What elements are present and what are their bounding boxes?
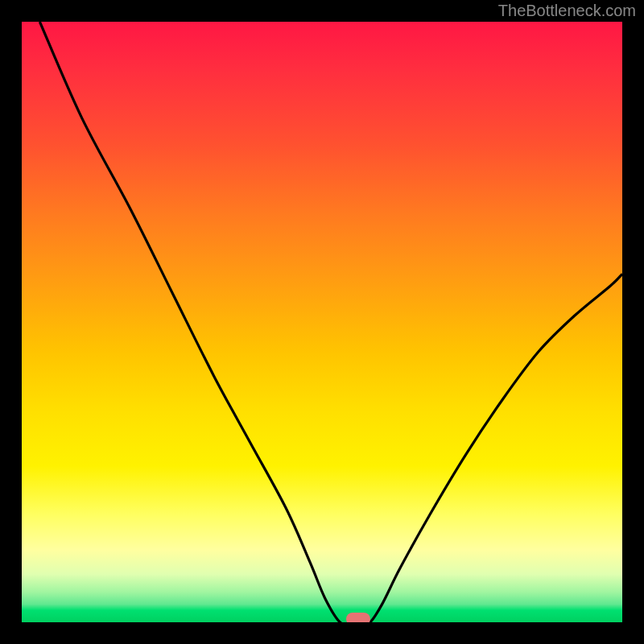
bottleneck-curve bbox=[22, 22, 622, 622]
optimal-point-marker bbox=[346, 613, 370, 622]
chart-wrapper: TheBottleneck.com bbox=[0, 0, 644, 644]
watermark-label: TheBottleneck.com bbox=[498, 2, 636, 20]
curve-path bbox=[39, 22, 622, 622]
plot-area bbox=[22, 22, 622, 622]
